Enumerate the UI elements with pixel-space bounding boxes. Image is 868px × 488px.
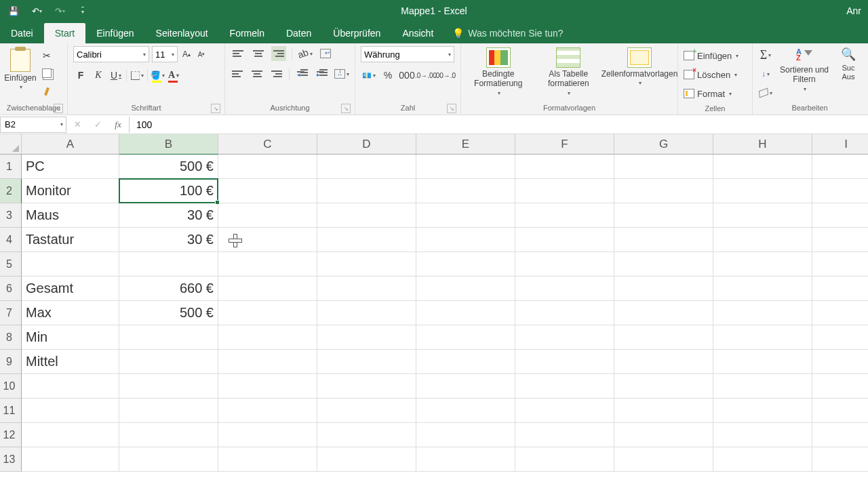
cell[interactable]: [119, 325, 218, 350]
increase-decimal-button[interactable]: .0→.00: [418, 68, 434, 83]
font-color-button[interactable]: A▾: [167, 68, 180, 83]
cell[interactable]: [515, 203, 614, 228]
cell[interactable]: [218, 203, 317, 228]
cell[interactable]: [416, 179, 515, 203]
cell[interactable]: [515, 252, 614, 277]
cell[interactable]: [22, 423, 119, 447]
cell[interactable]: [713, 374, 812, 399]
column-header[interactable]: C: [218, 134, 317, 155]
cell[interactable]: [218, 423, 317, 447]
cell[interactable]: [614, 350, 713, 374]
row-header[interactable]: 4: [0, 228, 22, 252]
cell[interactable]: [614, 155, 713, 179]
tab-home[interactable]: Start: [44, 23, 86, 43]
cell[interactable]: [416, 399, 515, 423]
align-top-button[interactable]: [231, 46, 245, 61]
cell[interactable]: Gesamt: [22, 277, 119, 301]
cell[interactable]: [416, 203, 515, 228]
cell[interactable]: [614, 228, 713, 252]
delete-cells-button[interactable]: Löschen▾: [684, 66, 747, 83]
number-format-combo[interactable]: Währung▾: [361, 46, 454, 62]
tab-view[interactable]: Ansicht: [391, 23, 444, 43]
signin-truncated[interactable]: Anr: [846, 5, 868, 16]
cell[interactable]: [119, 423, 218, 447]
cell[interactable]: [317, 325, 416, 350]
cell[interactable]: [22, 447, 119, 472]
borders-button[interactable]: ▾: [130, 68, 144, 83]
cell[interactable]: [317, 374, 416, 399]
cell[interactable]: Min: [22, 325, 119, 350]
decrease-decimal-button[interactable]: .00→.0: [437, 68, 453, 83]
cell[interactable]: [614, 301, 713, 325]
cell[interactable]: [218, 277, 317, 301]
cut-button[interactable]: ✂: [39, 49, 54, 62]
cell[interactable]: [614, 179, 713, 203]
cell[interactable]: [614, 203, 713, 228]
cell[interactable]: [317, 155, 416, 179]
row-header[interactable]: 13: [0, 447, 22, 472]
undo-button[interactable]: ↶▾: [28, 3, 45, 19]
cell[interactable]: [812, 203, 868, 228]
cell[interactable]: Maus: [22, 203, 119, 228]
cell[interactable]: [218, 325, 317, 350]
cell[interactable]: [515, 325, 614, 350]
tell-me[interactable]: 💡 Was möchten Sie tun?: [444, 23, 571, 43]
column-header[interactable]: I: [812, 134, 868, 155]
cell[interactable]: [515, 155, 614, 179]
align-center-button[interactable]: [250, 66, 264, 81]
paste-button[interactable]: Einfügen ▾: [5, 46, 35, 96]
cell[interactable]: [713, 350, 812, 374]
cell[interactable]: [22, 399, 119, 423]
save-icon[interactable]: 💾: [5, 3, 22, 19]
cell[interactable]: [218, 399, 317, 423]
decrease-indent-button[interactable]: ◂: [295, 66, 309, 81]
name-box[interactable]: B2▾: [0, 117, 66, 133]
cell[interactable]: [317, 423, 416, 447]
cell[interactable]: [218, 301, 317, 325]
row-header[interactable]: 7: [0, 301, 22, 325]
column-header[interactable]: B: [119, 134, 218, 155]
row-header[interactable]: 1: [0, 155, 22, 179]
cell[interactable]: [416, 228, 515, 252]
cell[interactable]: [317, 228, 416, 252]
row-header[interactable]: 12: [0, 423, 22, 447]
cell[interactable]: [812, 155, 868, 179]
comma-format-button[interactable]: 000: [399, 68, 415, 83]
cell[interactable]: [218, 252, 317, 277]
cell[interactable]: 100 €: [119, 179, 218, 203]
percent-format-button[interactable]: %: [380, 68, 396, 83]
cell[interactable]: [416, 423, 515, 447]
cell[interactable]: [119, 374, 218, 399]
cell[interactable]: [317, 447, 416, 472]
cell[interactable]: [218, 350, 317, 374]
cell[interactable]: [515, 277, 614, 301]
cell[interactable]: [317, 301, 416, 325]
cell[interactable]: [614, 252, 713, 277]
column-header[interactable]: D: [317, 134, 416, 155]
qat-customize-button[interactable]: ▾: [75, 3, 91, 19]
cell[interactable]: [119, 399, 218, 423]
cell[interactable]: [218, 374, 317, 399]
tab-review[interactable]: Überprüfen: [322, 23, 391, 43]
cell[interactable]: [218, 447, 317, 472]
cell[interactable]: [22, 252, 119, 277]
cell[interactable]: [218, 155, 317, 179]
wrap-text-button[interactable]: [318, 46, 333, 61]
format-painter-button[interactable]: [39, 84, 54, 98]
cell[interactable]: [515, 350, 614, 374]
column-header[interactable]: E: [416, 134, 515, 155]
cell[interactable]: [119, 252, 218, 277]
font-size-combo[interactable]: 11▾: [152, 46, 178, 62]
cell[interactable]: [218, 179, 317, 203]
cell[interactable]: [713, 277, 812, 301]
cell[interactable]: [317, 252, 416, 277]
row-header[interactable]: 9: [0, 350, 22, 374]
cell[interactable]: [713, 252, 812, 277]
clipboard-launcher[interactable]: ↘: [54, 104, 63, 113]
redo-button[interactable]: ↷▾: [52, 3, 68, 19]
number-launcher[interactable]: ↘: [447, 104, 456, 113]
cell[interactable]: [713, 325, 812, 350]
cell[interactable]: [614, 277, 713, 301]
cell[interactable]: 500 €: [119, 301, 218, 325]
conditional-formatting-button[interactable]: Bedingte Formatierung▾: [467, 46, 530, 96]
